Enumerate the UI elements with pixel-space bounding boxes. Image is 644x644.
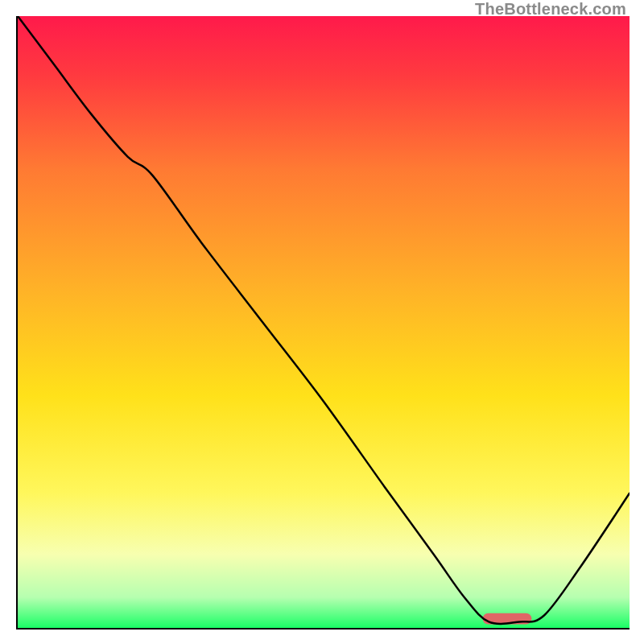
plot-area xyxy=(16,16,630,630)
watermark-label: TheBottleneck.com xyxy=(475,0,626,19)
bottleneck-chart: TheBottleneck.com xyxy=(0,0,644,644)
bottleneck-curve-line xyxy=(18,16,630,624)
chart-overlay xyxy=(18,16,630,628)
